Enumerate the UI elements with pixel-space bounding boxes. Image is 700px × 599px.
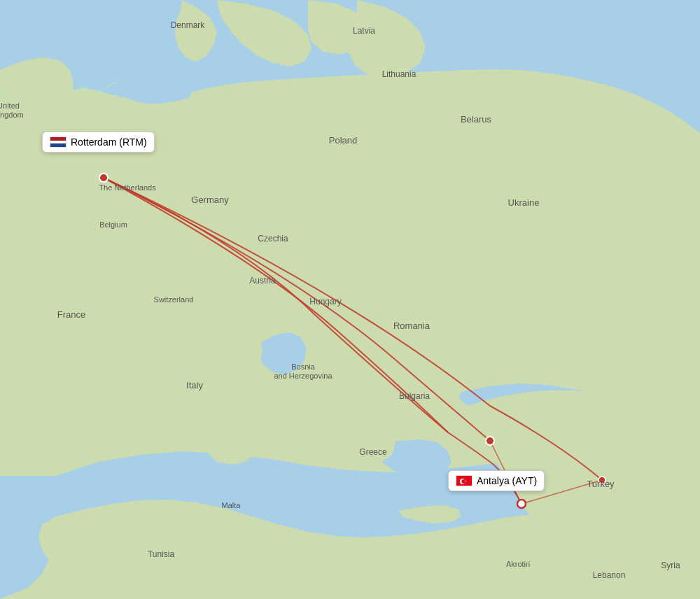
svg-text:Czechia: Czechia xyxy=(258,234,288,244)
svg-text:Switzerland: Switzerland xyxy=(154,295,194,304)
svg-text:Syria: Syria xyxy=(661,561,680,570)
svg-text:France: France xyxy=(57,309,85,320)
svg-text:Akrotiri: Akrotiri xyxy=(506,560,530,568)
svg-point-2 xyxy=(486,437,494,445)
svg-text:The Netherlands: The Netherlands xyxy=(99,183,156,192)
svg-text:Kingdom: Kingdom xyxy=(0,111,24,119)
svg-text:Hungary: Hungary xyxy=(309,297,341,306)
svg-text:Italy: Italy xyxy=(186,380,203,390)
svg-text:Lithuania: Lithuania xyxy=(382,69,416,79)
svg-text:Turkey: Turkey xyxy=(587,479,615,489)
svg-text:Belarus: Belarus xyxy=(461,114,492,125)
svg-text:Germany: Germany xyxy=(191,195,229,205)
netherlands-flag xyxy=(50,136,66,148)
svg-point-35 xyxy=(461,479,465,484)
svg-point-4 xyxy=(517,500,526,508)
svg-text:Lebanon: Lebanon xyxy=(593,570,626,580)
svg-text:Malta: Malta xyxy=(222,501,241,509)
destination-airport-label: Antalya (AYT) xyxy=(448,470,545,491)
map-svg: Latvia Lithuania Denmark United Kingdom … xyxy=(0,0,700,599)
svg-text:Tunisia: Tunisia xyxy=(148,549,175,559)
svg-text:Denmark: Denmark xyxy=(171,20,206,30)
svg-point-1 xyxy=(99,174,108,182)
destination-airport-name: Antalya (AYT) xyxy=(477,475,537,486)
svg-text:Belgium: Belgium xyxy=(99,220,127,229)
svg-text:Bulgaria: Bulgaria xyxy=(399,391,430,401)
svg-text:Austria: Austria xyxy=(249,276,276,286)
origin-airport-label: Rotterdam (RTM) xyxy=(42,132,155,153)
svg-text:Latvia: Latvia xyxy=(353,26,375,36)
origin-airport-name: Rotterdam (RTM) xyxy=(71,136,147,148)
svg-text:and Herzegovina: and Herzegovina xyxy=(274,372,332,380)
svg-text:United: United xyxy=(0,101,20,110)
svg-text:Romania: Romania xyxy=(393,320,430,331)
turkey-flag xyxy=(456,475,472,486)
svg-text:Ukraine: Ukraine xyxy=(508,197,540,208)
svg-text:Poland: Poland xyxy=(329,135,357,146)
svg-text:Greece: Greece xyxy=(359,447,387,457)
map-container: Latvia Lithuania Denmark United Kingdom … xyxy=(0,0,700,599)
svg-text:Bosnia: Bosnia xyxy=(291,362,316,371)
